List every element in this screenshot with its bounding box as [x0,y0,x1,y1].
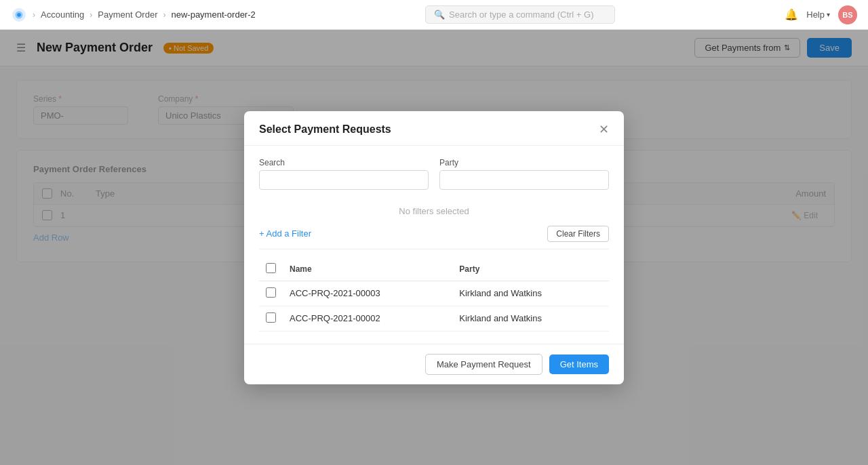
topbar-center: 🔍 Search or type a command (Ctrl + G) [260,5,781,24]
add-filter-button[interactable]: + Add a Filter [259,228,311,239]
main-area: ☰ New Payment Order • Not Saved Get Paym… [0,30,868,465]
modal-overlay: Select Payment Requests ✕ Search Party [0,30,868,465]
row-1-checkbox[interactable] [266,312,276,323]
breadcrumb-current: new-payment-order-2 [171,9,255,20]
row-1-name: ACC-PRQ-2021-00002 [283,306,452,331]
modal-title: Select Payment Requests [259,123,391,136]
row-0-party: Kirkland and Watkins [452,281,609,306]
modal-footer: Make Payment Request Get Items [244,344,624,384]
notification-bell-icon[interactable]: 🔔 [785,8,798,21]
search-label: Search [259,158,429,167]
th-party: Party [452,258,609,281]
get-items-button[interactable]: Get Items [549,355,609,374]
svg-point-2 [17,13,21,17]
row-0-checkbox[interactable] [266,287,276,298]
row-checkbox-cell [259,281,283,306]
topbar: › Accounting › Payment Order › new-payme… [0,0,868,30]
breadcrumb-accounting[interactable]: Accounting [41,9,84,20]
modal-header: Select Payment Requests ✕ [244,111,624,146]
th-name: Name [283,258,452,281]
modal-table-row: ACC-PRQ-2021-00002 Kirkland and Watkins [259,306,609,331]
breadcrumb-payment-order[interactable]: Payment Order [98,9,157,20]
filter-actions: + Add a Filter Clear Filters [259,226,609,249]
breadcrumb-sep-1: › [33,10,35,20]
modal-table-row: ACC-PRQ-2021-00003 Kirkland and Watkins [259,281,609,306]
select-all-checkbox[interactable] [266,263,276,273]
results-table: Name Party ACC-PRQ-2021-00003 Kirkland a… [259,258,609,331]
chevron-down-icon: ▾ [827,11,830,18]
row-1-party: Kirkland and Watkins [452,306,609,331]
command-search-bar[interactable]: 🔍 Search or type a command (Ctrl + G) [425,5,615,24]
party-label: Party [439,158,609,167]
th-checkbox [259,258,283,281]
help-label: Help [806,9,825,20]
party-input[interactable] [439,170,609,190]
make-payment-request-button[interactable]: Make Payment Request [425,354,542,375]
modal-body: Search Party No filters selected + Add a… [244,146,624,344]
breadcrumb-sep-3: › [163,10,165,20]
no-filters-message: No filters selected [259,199,609,226]
row-0-name: ACC-PRQ-2021-00003 [283,281,452,306]
avatar[interactable]: BS [838,5,857,24]
party-filter-group: Party [439,158,609,190]
search-icon: 🔍 [434,9,445,20]
search-placeholder-text: Search or type a command (Ctrl + G) [449,9,594,20]
help-button[interactable]: Help ▾ [806,9,830,20]
row-checkbox-cell [259,306,283,331]
search-input[interactable] [259,170,429,190]
modal-close-button[interactable]: ✕ [599,123,609,136]
clear-filters-button[interactable]: Clear Filters [547,226,609,242]
app-logo[interactable] [11,7,27,23]
search-filter-group: Search [259,158,429,190]
topbar-right: 🔔 Help ▾ BS [785,5,857,24]
breadcrumb-sep-2: › [90,10,92,20]
modal-filters: Search Party [259,158,609,190]
modal: Select Payment Requests ✕ Search Party [244,111,624,384]
